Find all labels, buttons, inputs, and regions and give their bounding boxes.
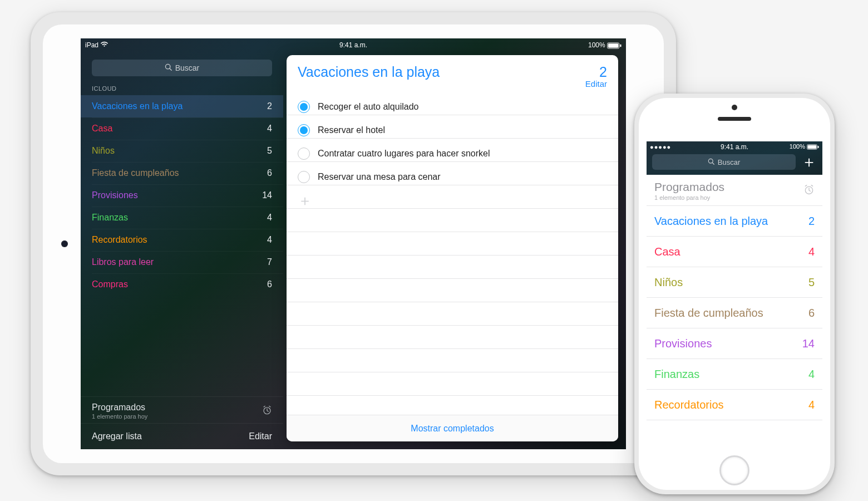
reminder-checkbox[interactable] [298, 171, 310, 183]
list-label: Provisiones [92, 190, 262, 200]
status-right: 100% [790, 143, 819, 150]
scheduled-subtitle: 1 elemento para hoy [654, 194, 803, 201]
list-count: 6 [267, 168, 272, 178]
list-label: Niños [654, 276, 808, 289]
sidebar-item[interactable]: Casa4 [81, 117, 283, 140]
iphone-device: ●●●●● 9:41 a.m. 100% Buscar ＋ [634, 94, 835, 494]
list-label: Casa [654, 245, 808, 258]
reminder-row[interactable]: Recoger el auto alquilado [287, 95, 618, 119]
iphone-status-bar: ●●●●● 9:41 a.m. 100% [647, 141, 822, 153]
sidebar-item[interactable]: Recordatorios4 [81, 229, 283, 251]
search-placeholder: Buscar [718, 158, 740, 166]
reminder-text: Reservar el hotel [318, 125, 385, 135]
ipad-camera [61, 240, 68, 247]
list-item[interactable]: Niños5 [647, 267, 822, 298]
list-count: 4 [267, 235, 272, 245]
list-item[interactable]: Fiesta de cumpleaños6 [647, 298, 822, 328]
sidebar-item[interactable]: Vacaciones en la playa2 [81, 95, 283, 117]
iphone-home-button[interactable] [719, 455, 749, 485]
reminder-row[interactable]: Reservar el hotel [287, 119, 618, 142]
reminders-list: Recoger el auto alquiladoReservar el hot… [287, 92, 618, 415]
list-label: Provisiones [654, 337, 802, 350]
svg-rect-7 [808, 145, 817, 148]
list-count: 5 [808, 276, 815, 289]
sidebar-item[interactable]: Finanzas4 [81, 207, 283, 229]
show-completed-button[interactable]: Mostrar completados [287, 415, 618, 441]
svg-rect-1 [608, 44, 619, 48]
list-item[interactable]: Casa4 [647, 237, 822, 267]
list-label: Libros para leer [92, 257, 267, 267]
reminder-checkbox[interactable] [298, 148, 310, 160]
detail-edit-button[interactable]: Editar [585, 79, 607, 89]
battery-icon [607, 41, 622, 49]
list-count: 4 [808, 399, 815, 411]
sidebar-item[interactable]: Niños5 [81, 140, 283, 162]
add-button[interactable]: ＋ [801, 154, 817, 170]
iphone-speaker [718, 117, 751, 121]
list-count: 4 [808, 245, 815, 258]
add-list-button[interactable]: Agregar lista [92, 431, 142, 441]
sidebar-item[interactable]: Libros para leer7 [81, 251, 283, 273]
list-label: Finanzas [654, 368, 808, 381]
list-count: 6 [267, 279, 272, 289]
detail-title: Vacaciones en la playa [298, 64, 585, 80]
list-label: Recordatorios [92, 235, 267, 245]
list-label: Niños [92, 146, 267, 156]
list-item[interactable]: Finanzas4 [647, 359, 822, 390]
reminder-row[interactable]: Contratar cuatro lugares para hacer snor… [287, 142, 618, 165]
list-count: 2 [267, 101, 272, 111]
ipad-status-bar: iPad 9:41 a.m. 100% [81, 38, 626, 52]
list-count: 14 [802, 337, 815, 350]
device-label: iPad [85, 41, 98, 49]
list-count: 7 [267, 257, 272, 267]
battery-percent: 100% [588, 41, 605, 49]
search-input[interactable]: Buscar [92, 60, 272, 76]
reminder-row[interactable]: Reservar una mesa para cenar [287, 165, 618, 189]
scheduled-row[interactable]: Programados 1 elemento para hoy [81, 396, 283, 424]
search-placeholder: Buscar [175, 63, 200, 72]
edit-button[interactable]: Editar [249, 431, 272, 441]
search-icon [708, 158, 714, 166]
list-label: Fiesta de cumpleaños [92, 168, 267, 178]
list-count: 4 [808, 368, 815, 381]
iphone-screen: ●●●●● 9:41 a.m. 100% Buscar ＋ [647, 141, 822, 446]
detail-header: Vacaciones en la playa 2 Editar [287, 55, 618, 92]
alarm-icon [262, 405, 272, 418]
sidebar-list-container: Vacaciones en la playa2Casa4Niños5Fiesta… [81, 95, 283, 296]
wifi-icon [100, 41, 108, 49]
sidebar: Buscar ICLOUD Vacaciones en la playa2Cas… [81, 52, 283, 449]
sidebar-item[interactable]: Fiesta de cumpleaños6 [81, 162, 283, 184]
sidebar-section-header: ICLOUD [81, 76, 283, 95]
list-count: 14 [262, 190, 272, 200]
list-item[interactable]: Recordatorios4 [647, 390, 822, 420]
reminder-text: Recoger el auto alquilado [318, 102, 418, 112]
add-reminder-row[interactable]: ＋ [287, 189, 618, 212]
list-label: Casa [92, 124, 267, 134]
ipad-screen: iPad 9:41 a.m. 100% [81, 38, 626, 449]
svg-rect-8 [818, 146, 819, 148]
reminder-text: Contratar cuatro lugares para hacer snor… [318, 149, 490, 159]
search-input[interactable]: Buscar [652, 154, 796, 170]
reminder-checkbox[interactable] [298, 101, 310, 113]
status-right: 100% [588, 41, 622, 50]
reminder-checkbox[interactable] [298, 124, 310, 136]
iphone-search-row: Buscar ＋ [647, 153, 822, 175]
svg-rect-2 [620, 45, 621, 47]
list-count: 2 [808, 215, 815, 228]
sidebar-footer: Agregar lista Editar [81, 424, 283, 449]
sidebar-item[interactable]: Compras6 [81, 273, 283, 296]
signal-icon: ●●●●● [650, 144, 671, 150]
list-count: 6 [808, 307, 815, 320]
list-label: Vacaciones en la playa [654, 215, 808, 228]
scheduled-row[interactable]: Programados 1 elemento para hoy [647, 175, 822, 206]
reminder-text: Reservar una mesa para cenar [318, 172, 441, 182]
list-item[interactable]: Provisiones14 [647, 328, 822, 359]
list-item[interactable]: Vacaciones en la playa2 [647, 206, 822, 237]
list-label: Vacaciones en la playa [92, 101, 267, 111]
plus-icon: ＋ [298, 193, 310, 208]
sidebar-item[interactable]: Provisiones14 [81, 184, 283, 207]
iphone-camera [732, 105, 737, 110]
list-label: Finanzas [92, 213, 267, 223]
svg-line-10 [712, 163, 714, 164]
scheduled-title: Programados [92, 402, 262, 412]
